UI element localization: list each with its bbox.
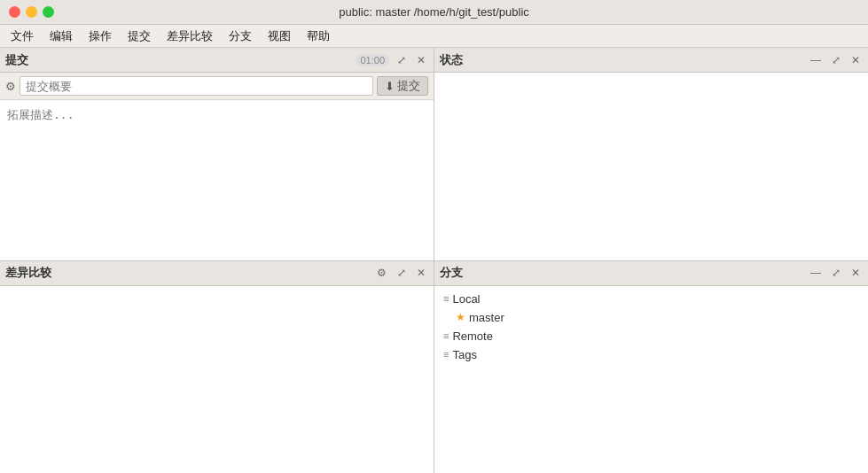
download-icon: ⬇ — [385, 80, 395, 93]
menu-view[interactable]: 视图 — [261, 27, 298, 46]
branch-expand-icon[interactable]: ⤢ — [829, 265, 843, 281]
commit-button[interactable]: ⬇ 提交 — [377, 76, 428, 96]
menu-commit[interactable]: 提交 — [121, 27, 158, 46]
current-branch-star-icon: ★ — [456, 311, 465, 323]
commit-button-label: 提交 — [397, 78, 420, 94]
menu-branch[interactable]: 分支 — [222, 27, 259, 46]
branch-content: ≡ Local ★ master ≡ Remote ≡ Tags — [434, 286, 868, 474]
commit-panel-title: 提交 — [5, 52, 28, 68]
commit-panel-header: 提交 01:00 ⤢ ✕ — [0, 48, 434, 73]
diff-panel: 差异比较 ⚙ ⤢ ✕ — [0, 261, 434, 474]
minimize-button[interactable] — [26, 6, 37, 18]
gear-icon[interactable]: ⚙ — [5, 80, 16, 93]
remote-section-label: Remote — [452, 330, 493, 343]
status-panel-title: 状态 — [440, 52, 463, 68]
branch-panel: 分支 — ⤢ ✕ ≡ Local ★ master — [434, 261, 868, 474]
status-header-right: — ⤢ ✕ — [808, 52, 863, 68]
branch-minimize-icon[interactable]: — — [808, 265, 824, 281]
commit-close-icon[interactable]: ✕ — [414, 52, 428, 68]
branch-panel-title: 分支 — [440, 265, 463, 281]
diff-panel-header: 差异比较 ⚙ ⤢ ✕ — [0, 261, 434, 286]
menu-file[interactable]: 文件 — [4, 27, 41, 46]
status-close-icon[interactable]: ✕ — [848, 52, 863, 68]
commit-header-left: 提交 — [5, 52, 28, 68]
diff-header-left: 差异比较 — [5, 265, 51, 281]
branch-section-tags[interactable]: ≡ Tags — [434, 345, 868, 364]
status-panel-header: 状态 — ⤢ ✕ — [434, 48, 868, 73]
main-area: 提交 01:00 ⤢ ✕ ⚙ ⬇ 提交 — [0, 48, 868, 473]
status-panel: 状态 — ⤢ ✕ — [434, 48, 868, 261]
tags-section-icon: ≡ — [443, 349, 449, 360]
status-expand-icon[interactable]: ⤢ — [829, 52, 843, 68]
commit-summary-input[interactable] — [20, 76, 373, 96]
window-controls — [9, 6, 54, 18]
status-minimize-icon[interactable]: — — [808, 52, 824, 68]
branch-header-right: — ⤢ ✕ — [808, 265, 863, 281]
commit-panel: 提交 01:00 ⤢ ✕ ⚙ ⬇ 提交 — [0, 48, 434, 261]
left-panel: 提交 01:00 ⤢ ✕ ⚙ ⬇ 提交 — [0, 48, 434, 473]
close-button[interactable] — [9, 6, 20, 18]
menu-action[interactable]: 操作 — [82, 27, 119, 46]
menu-edit[interactable]: 编辑 — [43, 27, 80, 46]
diff-content — [0, 286, 434, 474]
diff-settings-icon[interactable]: ⚙ — [374, 265, 389, 281]
tags-section-label: Tags — [452, 348, 476, 361]
titlebar: public: master /home/h/git_test/public — [0, 0, 868, 25]
maximize-button[interactable] — [43, 6, 54, 18]
branch-panel-header: 分支 — ⤢ ✕ — [434, 261, 868, 286]
commit-input-row: ⚙ ⬇ 提交 — [0, 73, 434, 100]
diff-panel-title: 差异比较 — [5, 265, 51, 281]
commit-expand-icon[interactable]: ⤢ — [395, 52, 409, 68]
branch-section-remote[interactable]: ≡ Remote — [434, 327, 868, 345]
window-title: public: master /home/h/git_test/public — [339, 5, 529, 19]
master-branch-label: master — [469, 311, 504, 324]
menu-diff[interactable]: 差异比较 — [160, 27, 220, 46]
status-header-left: 状态 — [440, 52, 463, 68]
menubar: 文件 编辑 操作 提交 差异比较 分支 视图 帮助 — [0, 25, 868, 48]
diff-close-icon[interactable]: ✕ — [414, 265, 428, 281]
branch-header-left: 分支 — [440, 265, 463, 281]
branch-section-local[interactable]: ≡ Local — [434, 290, 868, 308]
commit-header-right: 01:00 ⤢ ✕ — [356, 52, 428, 68]
time-badge: 01:00 — [356, 54, 389, 66]
local-section-icon: ≡ — [443, 293, 449, 304]
remote-section-icon: ≡ — [443, 330, 449, 341]
status-content — [434, 73, 868, 260]
diff-expand-icon[interactable]: ⤢ — [395, 265, 409, 281]
local-section-label: Local — [452, 292, 480, 306]
right-panel: 状态 — ⤢ ✕ 分支 — ⤢ ✕ — [434, 48, 868, 473]
commit-description-input[interactable] — [0, 100, 434, 260]
commit-description-area — [0, 100, 434, 260]
branch-item-master[interactable]: ★ master — [434, 308, 868, 327]
menu-help[interactable]: 帮助 — [300, 27, 337, 46]
branch-close-icon[interactable]: ✕ — [848, 265, 863, 281]
diff-header-right: ⚙ ⤢ ✕ — [374, 265, 428, 281]
